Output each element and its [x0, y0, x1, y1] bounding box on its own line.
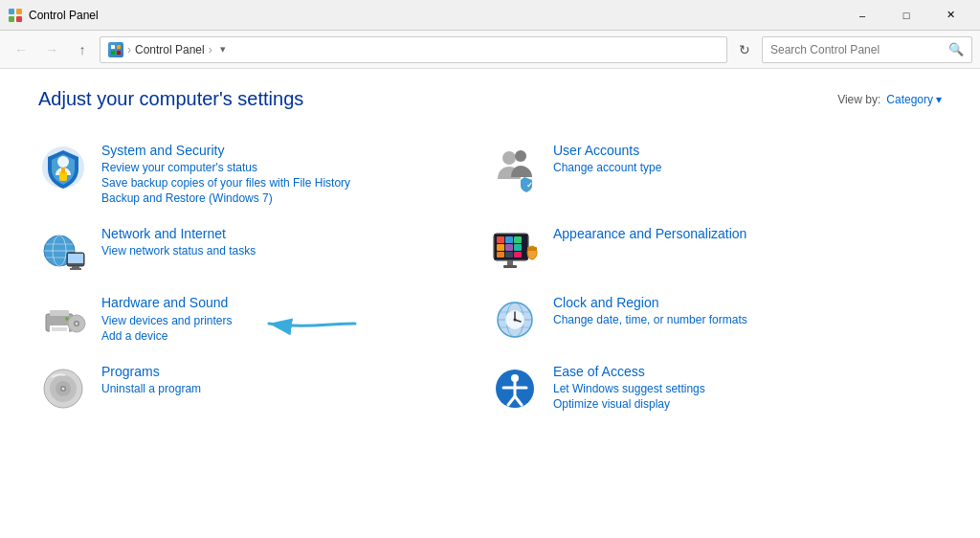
svg-rect-7 [117, 51, 121, 55]
system-security-text: System and Security Review your computer… [101, 143, 490, 207]
view-by-control: View by: Category ▾ [837, 93, 942, 106]
viewby-label: View by: [837, 93, 880, 106]
category-network-internet[interactable]: Network and Internet View network status… [38, 216, 490, 285]
system-security-link-1[interactable]: Review your computer's status [101, 161, 490, 174]
forward-button[interactable]: → [38, 36, 65, 63]
path-text: Control Panel [135, 43, 205, 56]
search-submit-button[interactable]: 🔍 [948, 42, 964, 56]
svg-rect-31 [514, 244, 522, 251]
hardware-sound-title[interactable]: Hardware and Sound [101, 295, 490, 310]
svg-point-9 [57, 156, 69, 168]
svg-point-13 [515, 150, 526, 162]
viewby-chevron-icon: ▾ [936, 93, 942, 106]
hardware-sound-icon [38, 295, 88, 345]
svg-point-61 [62, 388, 65, 391]
ease-access-link-2[interactable]: Optimize visual display [553, 397, 942, 411]
system-security-icon [38, 143, 88, 192]
address-bar: ← → ↑ › Control Panel › ▾ ↻ 🔍 [0, 31, 980, 69]
page-title: Adjust your computer's settings [38, 88, 303, 110]
svg-rect-40 [50, 310, 69, 316]
programs-text: Programs Uninstall a program [101, 364, 490, 397]
programs-title[interactable]: Programs [101, 364, 490, 379]
svg-point-46 [76, 323, 78, 325]
appearance-text: Appearance and Personalization [553, 226, 942, 244]
back-button[interactable]: ← [8, 36, 34, 63]
svg-rect-28 [514, 236, 522, 243]
maximize-button[interactable]: □ [884, 0, 928, 31]
title-bar: Control Panel – □ ✕ [0, 0, 980, 31]
svg-rect-33 [505, 252, 513, 258]
svg-rect-3 [16, 16, 22, 22]
ease-access-text: Ease of Access Let Windows suggest setti… [553, 364, 942, 413]
svg-rect-21 [68, 254, 83, 263]
svg-point-56 [514, 319, 517, 322]
page-header: Adjust your computer's settings View by:… [38, 88, 942, 110]
window-title: Control Panel [29, 9, 840, 22]
category-ease-access[interactable]: Ease of Access Let Windows suggest setti… [490, 354, 942, 423]
svg-rect-23 [70, 268, 81, 270]
svg-rect-2 [9, 16, 14, 22]
hardware-sound-text: Hardware and Sound View devices and prin… [101, 295, 490, 345]
main-content: Adjust your computer's settings View by:… [0, 69, 980, 538]
refresh-button[interactable]: ↻ [731, 36, 758, 63]
close-button[interactable]: ✕ [928, 0, 972, 31]
programs-link-1[interactable]: Uninstall a program [101, 382, 490, 395]
categories-grid: System and Security Review your computer… [38, 133, 942, 423]
svg-rect-5 [117, 45, 121, 49]
category-clock-region[interactable]: Clock and Region Change date, time, or n… [490, 285, 942, 354]
minimize-button[interactable]: – [840, 0, 884, 31]
clock-region-icon [490, 295, 540, 345]
svg-rect-6 [111, 51, 115, 55]
svg-rect-26 [497, 236, 504, 243]
svg-rect-27 [505, 236, 513, 243]
svg-rect-29 [497, 244, 504, 251]
svg-rect-38 [527, 247, 537, 251]
clock-region-text: Clock and Region Change date, time, or n… [553, 295, 942, 328]
app-icon [8, 8, 23, 23]
category-user-accounts[interactable]: ✓ User Accounts Change account type [490, 133, 942, 216]
path-dropdown-button[interactable]: ▾ [220, 43, 226, 56]
network-internet-text: Network and Internet View network status… [101, 226, 490, 259]
path-separator: › [127, 43, 131, 56]
appearance-title[interactable]: Appearance and Personalization [553, 226, 942, 241]
svg-rect-1 [16, 9, 22, 14]
svg-rect-0 [9, 9, 14, 14]
svg-rect-32 [497, 252, 504, 258]
svg-text:✓: ✓ [526, 181, 533, 190]
window-controls: – □ ✕ [840, 0, 972, 31]
ease-access-link-1[interactable]: Let Windows suggest settings [553, 382, 942, 395]
network-internet-icon [38, 226, 88, 276]
svg-rect-35 [507, 260, 513, 265]
search-input[interactable] [770, 43, 948, 56]
hardware-sound-link-1[interactable]: View devices and printers [101, 314, 233, 327]
path-icon [108, 42, 123, 57]
system-security-title[interactable]: System and Security [101, 143, 490, 158]
svg-point-12 [502, 151, 516, 165]
programs-icon [38, 364, 88, 414]
address-path[interactable]: › Control Panel › ▾ [100, 36, 727, 63]
svg-rect-36 [503, 265, 517, 268]
user-accounts-link-1[interactable]: Change account type [553, 161, 942, 174]
category-hardware-sound[interactable]: Hardware and Sound View devices and prin… [38, 285, 490, 354]
viewby-dropdown[interactable]: Category ▾ [886, 93, 942, 106]
appearance-icon [490, 226, 540, 276]
clock-region-link-1[interactable]: Change date, time, or number formats [553, 313, 942, 326]
svg-rect-4 [111, 45, 115, 49]
user-accounts-icon: ✓ [490, 143, 540, 192]
system-security-link-2[interactable]: Save backup copies of your files with Fi… [101, 176, 490, 190]
network-internet-link-1[interactable]: View network status and tasks [101, 244, 490, 258]
user-accounts-title[interactable]: User Accounts [553, 143, 942, 158]
up-button[interactable]: ↑ [69, 36, 96, 63]
user-accounts-text: User Accounts Change account type [553, 143, 942, 176]
category-appearance[interactable]: Appearance and Personalization [490, 216, 942, 285]
svg-rect-30 [505, 244, 513, 251]
network-internet-title[interactable]: Network and Internet [101, 226, 490, 241]
path-separator-2: › [209, 43, 212, 56]
category-system-security[interactable]: System and Security Review your computer… [38, 133, 490, 216]
viewby-value-text: Category [886, 93, 933, 106]
search-box[interactable]: 🔍 [762, 36, 972, 63]
ease-access-title[interactable]: Ease of Access [553, 364, 942, 379]
category-programs[interactable]: Programs Uninstall a program [38, 354, 490, 423]
system-security-link-3[interactable]: Backup and Restore (Windows 7) [101, 191, 490, 205]
clock-region-title[interactable]: Clock and Region [553, 295, 942, 310]
